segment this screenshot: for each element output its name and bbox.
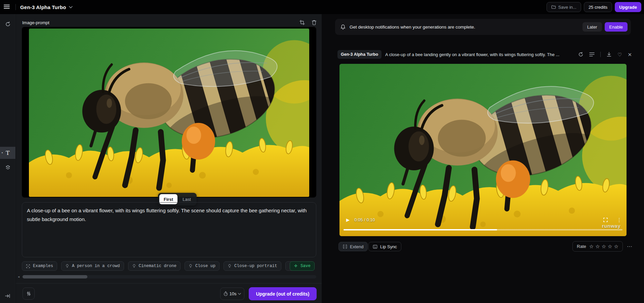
- close-icon[interactable]: ✕: [628, 52, 632, 57]
- chips-scrollbar: ◂: [22, 275, 316, 279]
- frame-icon: [26, 264, 30, 268]
- crop-icon[interactable]: [299, 20, 305, 25]
- chip-label: A person in a crowd: [72, 264, 120, 268]
- result-prompt-preview[interactable]: A close-up of a bee landing gently on a …: [385, 52, 559, 57]
- star-icon[interactable]: ☆: [614, 244, 618, 250]
- prompt-textarea[interactable]: A close-up of a bee on a vibrant flower,…: [22, 202, 316, 257]
- credits-button[interactable]: 25 credits: [584, 2, 612, 12]
- chip-label: Cinematic drone: [139, 264, 177, 268]
- page-title: Gen-3 Alpha Turbo: [20, 4, 66, 10]
- chip-label: Examples: [33, 264, 53, 268]
- runway-watermark: runway: [602, 223, 620, 229]
- history-button[interactable]: [0, 18, 15, 30]
- extend-label: Extend: [350, 244, 363, 249]
- video-controls: ▶ 0:05 / 0:10 ⋮: [344, 216, 622, 223]
- favorite-heart-icon[interactable]: ♡: [617, 52, 622, 57]
- trash-icon[interactable]: [312, 20, 317, 25]
- arrow-to-line-icon: [5, 294, 10, 298]
- extend-button[interactable]: Extend: [338, 242, 368, 251]
- save-in-button[interactable]: Save in...: [547, 2, 581, 12]
- video-frame-bee: [339, 64, 627, 236]
- scroll-left-icon[interactable]: ◂: [18, 275, 19, 278]
- suggestion-chip[interactable]: Close up: [185, 261, 219, 271]
- duration-label: 10s: [230, 291, 237, 296]
- lightbulb-icon: [65, 264, 69, 268]
- input-bee-image[interactable]: [29, 29, 309, 197]
- rating-stars: ☆ ☆ ☆ ☆ ☆: [589, 244, 618, 250]
- star-icon[interactable]: ☆: [589, 244, 594, 250]
- suggestion-chip[interactable]: Close-up portrait: [224, 261, 281, 271]
- save-prompt-chip[interactable]: Save: [290, 261, 315, 271]
- lip-sync-icon: [373, 245, 377, 249]
- extend-icon: [343, 244, 347, 249]
- menu-icon[interactable]: [4, 4, 10, 9]
- scrollbar-thumb[interactable]: [23, 275, 87, 278]
- suggestion-chip[interactable]: A person in a crowd: [61, 261, 124, 271]
- generation-settings-button[interactable]: [23, 288, 35, 300]
- play-icon[interactable]: ▶: [346, 217, 350, 222]
- chip-label: Close up: [195, 264, 215, 268]
- chevron-down-icon: [238, 293, 241, 295]
- examples-chip[interactable]: Examples: [22, 261, 57, 271]
- lightbulb-icon: [189, 264, 193, 268]
- lightbulb-icon: [132, 264, 136, 268]
- result-header: Gen-3 Alpha Turbo A close-up of a bee la…: [337, 50, 632, 59]
- enable-button[interactable]: Enable: [605, 22, 628, 32]
- app-window: Gen-3 Alpha Turbo Save in... 25 credits …: [0, 0, 644, 303]
- generated-video-player[interactable]: ▶ 0:05 / 0:10 ⋮ runway: [339, 64, 627, 236]
- generation-panel: Image-prompt First Last A close-up of a …: [16, 14, 322, 303]
- chevron-down-icon: [69, 6, 73, 8]
- chip-label: Close-up portrait: [234, 264, 277, 268]
- sparkle-icon: [294, 264, 298, 268]
- layers-tool-button[interactable]: [0, 161, 15, 173]
- top-bar: Gen-3 Alpha Turbo Save in... 25 credits …: [0, 0, 644, 14]
- star-icon[interactable]: ☆: [608, 244, 612, 250]
- stopwatch-icon: [224, 291, 228, 296]
- save-chip-label: Save: [300, 264, 311, 268]
- reuse-settings-icon[interactable]: [578, 52, 583, 57]
- left-toolbar: • T: [0, 14, 15, 303]
- duration-dropdown[interactable]: 10s: [220, 288, 244, 300]
- active-dot: •: [2, 151, 3, 155]
- upgrade-label: Upgrade: [619, 5, 637, 10]
- sliders-icon: [26, 291, 31, 296]
- text-tool-button[interactable]: • T: [0, 147, 15, 159]
- rate-widget: Rate ☆ ☆ ☆ ☆ ☆: [572, 241, 623, 252]
- star-icon[interactable]: ☆: [602, 244, 606, 250]
- divider: [600, 52, 601, 57]
- video-time: 0:05 / 0:10: [354, 217, 375, 222]
- video-progress-bar[interactable]: [344, 229, 622, 230]
- generate-upgrade-button[interactable]: Upgrade (out of credits): [249, 287, 317, 300]
- video-menu-dots-icon[interactable]: ⋮: [617, 217, 622, 222]
- prompt-suggestions-row: Examples A person in a crowd Cinematic d…: [22, 261, 316, 271]
- suggestion-chip[interactable]: Cinematic drone: [128, 261, 181, 271]
- notification-message: Get desktop notifications when your gene…: [350, 25, 475, 30]
- result-actions: Extend Lip Sync Rate ☆ ☆ ☆ ☆ ☆ ⋯: [338, 242, 633, 252]
- lip-sync-label: Lip Sync: [380, 244, 397, 249]
- topbar-actions: Save in... 25 credits Upgrade: [547, 2, 641, 12]
- save-in-label: Save in...: [558, 5, 576, 10]
- undo-history-icon: [5, 21, 11, 27]
- fullscreen-icon[interactable]: [603, 217, 608, 222]
- credits-label: 25 credits: [589, 5, 607, 10]
- model-selector[interactable]: Gen-3 Alpha Turbo: [20, 0, 73, 14]
- divider: [15, 4, 16, 10]
- bell-icon: [340, 24, 346, 30]
- star-icon[interactable]: ☆: [595, 244, 600, 250]
- lightbulb-icon: [228, 264, 232, 268]
- layers-icon: [5, 165, 11, 170]
- image-prompt-label: Image-prompt: [22, 20, 49, 25]
- session-details-icon[interactable]: [589, 52, 595, 57]
- folder-icon: [551, 5, 556, 9]
- text-tool-icon: T: [6, 149, 9, 156]
- video-progress-played: [344, 229, 497, 230]
- lip-sync-button[interactable]: Lip Sync: [368, 242, 401, 251]
- rate-label: Rate: [577, 244, 586, 249]
- model-badge: Gen-3 Alpha Turbo: [337, 50, 381, 59]
- upgrade-button[interactable]: Upgrade: [615, 2, 641, 12]
- collapse-sidebar-button[interactable]: [0, 290, 15, 302]
- later-button[interactable]: Later: [582, 22, 602, 32]
- generation-footer: 10s Upgrade (out of credits): [16, 283, 322, 303]
- download-icon[interactable]: [606, 52, 612, 57]
- more-options-icon[interactable]: ⋯: [627, 243, 633, 250]
